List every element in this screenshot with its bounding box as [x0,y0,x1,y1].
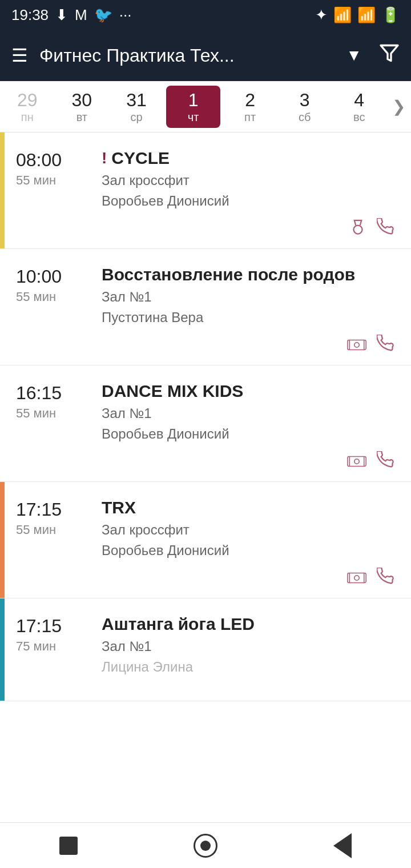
date-num-29: 29 [17,90,38,111]
phone-icon-dance[interactable] [377,451,394,472]
date-item-30[interactable]: 30 вт [55,81,110,132]
phone-icon-cycle[interactable] [377,218,394,239]
mail-icon: M [75,6,87,24]
time-value-yoga: 17:15 [16,616,84,637]
class-name-trx: TRX [102,498,136,517]
action-icons-trx [102,568,400,589]
date-item-4[interactable]: 4 вс [332,81,386,132]
time-duration-dance: 55 мин [16,406,84,421]
time-value-trx: 17:15 [16,499,84,520]
info-col-dance: DANCE MIX KIDS Зал №1 Воробьев Дионисий [96,365,411,481]
money-icon-trx[interactable] [347,569,366,588]
phone-icon-recovery[interactable] [377,335,394,356]
svg-marker-0 [381,46,398,61]
time-col-dance: 16:15 55 мин [5,365,96,481]
status-right: ✦ 📶 📶 🔋 [315,6,400,24]
date-num-2: 2 [245,90,255,111]
exclamation-icon-cycle: ! [102,149,107,167]
schedule-item-cycle[interactable]: 08:00 55 мин ! CYCLE Зал кроссфит Воробь… [0,132,411,249]
class-trainer-dance: Воробьев Дионисий [102,426,400,442]
next-week-arrow-icon[interactable]: ❯ [386,97,411,116]
phone-icon-trx[interactable] [377,568,394,589]
class-name-recovery: Восстановление после родов [102,265,355,284]
class-location-dance: Зал №1 [102,405,400,421]
class-name-cycle: CYCLE [111,148,170,168]
class-location-cycle: Зал кроссфит [102,172,400,188]
class-name-row-cycle: ! CYCLE [102,148,400,168]
date-day-2: пт [244,111,256,124]
filter-icon[interactable] [379,43,400,68]
date-day-3: сб [299,111,311,124]
info-col-yoga: Аштанга йога LED Зал №1 Лицина Элина [96,598,411,701]
info-col-trx: TRX Зал кроссфит Воробьев Дионисий [96,482,411,598]
date-item-3[interactable]: 3 сб [277,81,332,132]
class-location-trx: Зал кроссфит [102,522,400,538]
time-duration-trx: 55 мин [16,523,84,537]
schedule-item-dance[interactable]: 16:15 55 мин DANCE MIX KIDS Зал №1 Вороб… [0,365,411,482]
money-icon-dance[interactable] [347,452,366,472]
wifi-icon: 📶 [357,6,376,24]
time-col-cycle: 08:00 55 мин [5,132,96,248]
svg-point-7 [354,459,360,464]
time-duration-recovery: 55 мин [16,290,84,304]
date-item-2[interactable]: 2 пт [223,81,277,132]
class-trainer-cycle: Воробьев Дионисий [102,193,400,209]
class-name-row-recovery: Восстановление после родов [102,265,400,284]
signal-icon: 📶 [333,6,352,24]
status-time: 19:38 [11,6,49,24]
status-left: 19:38 ⬇ M 🐦 ··· [11,6,131,24]
more-icon: ··· [119,6,132,24]
back-icon [333,833,352,858]
class-trainer-recovery: Пустотина Вера [102,310,400,326]
class-name-row-trx: TRX [102,498,400,517]
time-value-recovery: 10:00 [16,266,84,287]
nav-title: Фитнес Практика Тех... [39,45,335,66]
info-col-recovery: Восстановление после родов Зал №1 Пустот… [96,249,411,365]
class-name-row-yoga: Аштанга йога LED [102,614,400,634]
stop-icon [59,837,78,855]
date-day-1: чт [188,111,199,124]
home-icon [194,834,217,858]
bluetooth-icon: ✦ [315,6,328,24]
home-button[interactable] [188,829,223,863]
money-icon-recovery[interactable] [347,336,366,355]
date-day-31: ср [130,111,142,124]
date-num-3: 3 [300,90,310,111]
medal-icon-cycle[interactable] [349,218,366,239]
hamburger-menu-icon[interactable]: ☰ [11,46,28,65]
time-duration-yoga: 75 мин [16,639,84,654]
accent-bar-recovery [0,249,5,365]
schedule-item-trx[interactable]: 17:15 55 мин TRX Зал кроссфит Воробьев Д… [0,482,411,598]
time-col-recovery: 10:00 55 мин [5,249,96,365]
schedule-item-yoga[interactable]: 17:15 75 мин Аштанга йога LED Зал №1 Лиц… [0,598,411,701]
date-num-4: 4 [354,90,364,111]
accent-bar-yoga [0,598,5,701]
date-item-31[interactable]: 31 ср [109,81,164,132]
stop-button[interactable] [51,829,86,863]
back-button[interactable] [325,829,360,863]
accent-bar-dance [0,365,5,481]
class-name-yoga: Аштанга йога LED [102,614,255,634]
svg-rect-6 [348,456,366,466]
svg-point-3 [354,342,360,347]
time-col-yoga: 17:15 75 мин [5,598,96,701]
svg-point-11 [354,575,360,580]
action-icons-recovery [102,335,400,356]
time-col-trx: 17:15 55 мин [5,482,96,598]
date-num-31: 31 [126,90,147,111]
class-location-yoga: Зал №1 [102,638,400,654]
svg-rect-2 [348,340,366,349]
date-item-1[interactable]: 1 чт [166,86,221,128]
date-day-30: вт [76,111,87,124]
class-trainer-yoga: Лицина Элина [102,659,400,675]
class-location-recovery: Зал №1 [102,289,400,305]
bottom-nav [0,822,411,868]
date-day-29: пн [21,111,34,124]
class-name-dance: DANCE MIX KIDS [102,381,243,401]
schedule-item-recovery[interactable]: 10:00 55 мин Восстановление после родов … [0,249,411,365]
dropdown-chevron-icon[interactable]: ▼ [346,46,362,65]
class-trainer-trx: Воробьев Дионисий [102,542,400,558]
info-col-cycle: ! CYCLE Зал кроссфит Воробьев Дионисий [96,132,411,248]
date-strip: 29 пн 30 вт 31 ср 1 чт 2 пт 3 сб 4 вс ❯ [0,81,411,132]
date-item-29[interactable]: 29 пн [0,81,55,132]
